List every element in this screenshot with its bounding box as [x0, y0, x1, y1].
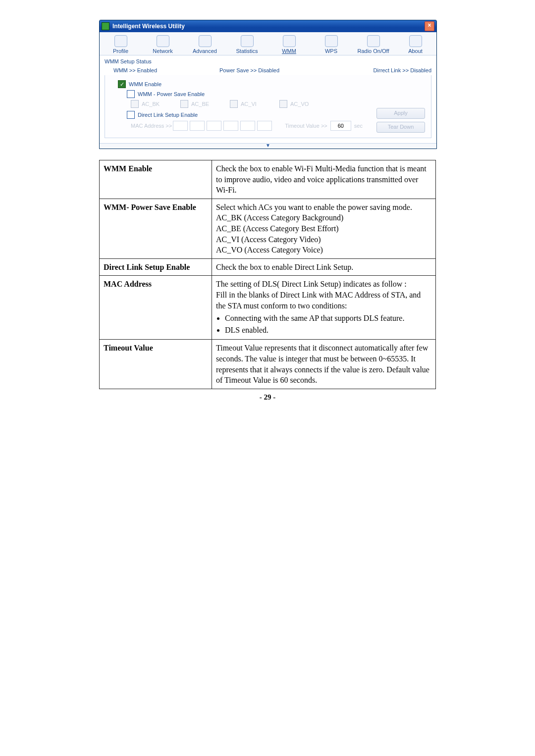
param-name: MAC Address — [100, 276, 212, 340]
param-line: AC_VO (Access Category Voice) — [216, 246, 323, 254]
tab-network[interactable]: Network — [142, 35, 184, 54]
param-line: AC_VI (Access Category Video) — [216, 235, 321, 244]
param-name: Direct Link Setup Enable — [100, 258, 212, 276]
param-name: WMM- Power Save Enable — [100, 199, 212, 258]
ac-be[interactable]: AC_BE — [180, 100, 230, 108]
wmm-enable-row[interactable]: ✓ WMM Enable — [118, 80, 427, 88]
checkbox-disabled-icon — [230, 100, 238, 108]
status-power-save: Power Save >> Disabled — [219, 67, 325, 73]
parameter-table: WMM Enable Check the box to enable Wi-Fi… — [99, 160, 436, 389]
tab-wps-label: WPS — [310, 48, 352, 54]
tab-advanced-label: Advanced — [184, 48, 226, 54]
app-window: Intelligent Wireless Utility × Profile N… — [99, 20, 437, 149]
tab-wmm-label: WMM — [268, 48, 310, 54]
ac-row: AC_BK AC_BE AC_VI AC_VO — [131, 100, 427, 108]
param-desc: Check the box to enable Wi-Fi Multi-Medi… — [212, 160, 436, 199]
radio-icon — [367, 35, 380, 47]
mac-field-2[interactable] — [190, 121, 205, 131]
chevron-down-icon: ▼ — [266, 143, 270, 148]
tab-profile[interactable]: Profile — [100, 35, 142, 54]
collapse-bar[interactable]: ▼ — [100, 143, 436, 149]
direct-link-setup-label: Direct Link Setup Enable — [138, 112, 198, 118]
param-bullet: Connecting with the same AP that support… — [225, 313, 431, 324]
ac-bk[interactable]: AC_BK — [131, 100, 180, 108]
param-desc: Select which ACs you want to enable the … — [212, 199, 436, 258]
param-line: AC_BE (Access Category Best Effort) — [216, 224, 339, 233]
titlebar: Intelligent Wireless Utility × — [100, 20, 436, 32]
power-save-enable-label: WMM - Power Save Enable — [138, 91, 205, 97]
app-icon — [102, 22, 109, 30]
table-row: WMM- Power Save Enable Select which ACs … — [100, 199, 436, 258]
tab-profile-label: Profile — [100, 48, 142, 54]
ac-vo[interactable]: AC_VO — [279, 100, 329, 108]
advanced-icon — [199, 35, 212, 47]
mac-field-3[interactable] — [207, 121, 221, 131]
ac-bk-label: AC_BK — [142, 101, 160, 107]
table-row: WMM Enable Check the box to enable Wi-Fi… — [100, 160, 436, 199]
page-number: - 29 - — [99, 393, 436, 402]
wmm-enable-label: WMM Enable — [129, 81, 161, 87]
tab-radio-label: Radio On/Off — [352, 48, 394, 54]
tear-down-button[interactable]: Tear Down — [376, 122, 425, 133]
tab-statistics-label: Statistics — [226, 48, 268, 54]
statistics-icon — [241, 35, 254, 47]
mac-address-label: MAC Address >> — [131, 123, 172, 129]
status-direct-link: Dirrect Link >> Disabled — [325, 67, 431, 73]
checkbox-checked-icon: ✓ — [118, 80, 126, 88]
checkbox-disabled-icon — [180, 100, 188, 108]
tab-about[interactable]: About — [394, 35, 436, 54]
param-desc: Timeout Value represents that it disconn… — [212, 340, 436, 389]
param-bullet: DLS enabled. — [225, 325, 431, 336]
ac-vo-label: AC_VO — [290, 101, 309, 107]
param-line: AC_BK (Access Category Background) — [216, 213, 343, 222]
param-line: Select which ACs you want to enable the … — [216, 203, 412, 211]
tab-network-label: Network — [142, 48, 184, 54]
tab-statistics[interactable]: Statistics — [226, 35, 268, 54]
timeout-unit: sec — [354, 123, 363, 129]
network-icon — [157, 35, 169, 47]
profile-icon — [114, 35, 127, 47]
mac-field-1[interactable] — [173, 121, 188, 131]
checkbox-disabled-icon — [279, 100, 287, 108]
checkbox-unchecked-icon — [127, 90, 135, 98]
timeout-label: Timeout Value >> — [285, 123, 327, 129]
ac-be-label: AC_BE — [191, 101, 209, 107]
wmm-icon — [283, 35, 296, 47]
param-desc: Check the box to enable Direct Link Setu… — [212, 258, 436, 276]
settings-block: ✓ WMM Enable WMM - Power Save Enable AC_… — [105, 75, 431, 138]
ac-vi-label: AC_VI — [241, 101, 257, 107]
table-row: Timeout Value Timeout Value represents t… — [100, 340, 436, 389]
table-row: MAC Address The setting of DLS( Direct L… — [100, 276, 436, 340]
status-section-label: WMM Setup Status — [105, 58, 174, 64]
param-name: WMM Enable — [100, 160, 212, 199]
mac-field-6[interactable] — [257, 121, 272, 131]
tab-wmm[interactable]: WMM — [268, 35, 310, 54]
mac-field-4[interactable] — [223, 121, 238, 131]
about-icon — [409, 35, 422, 47]
timeout-field[interactable] — [330, 121, 351, 131]
window-title: Intelligent Wireless Utility — [112, 23, 425, 30]
close-icon[interactable]: × — [425, 21, 434, 31]
checkbox-unchecked-icon — [127, 111, 135, 119]
tab-advanced[interactable]: Advanced — [184, 35, 226, 54]
ac-vi[interactable]: AC_VI — [230, 100, 279, 108]
param-desc: The setting of DLS( Direct Link Setup) i… — [212, 276, 436, 340]
param-line: The setting of DLS( Direct Link Setup) i… — [216, 280, 407, 288]
toolbar: Profile Network Advanced Statistics WMM — [100, 32, 436, 55]
tab-wps[interactable]: WPS — [310, 35, 352, 54]
tab-about-label: About — [394, 48, 436, 54]
checkbox-disabled-icon — [131, 100, 139, 108]
param-name: Timeout Value — [100, 340, 212, 389]
param-line: Fill in the blanks of Direct Link with M… — [216, 291, 421, 310]
tab-radio[interactable]: Radio On/Off — [352, 35, 394, 54]
power-save-enable-row[interactable]: WMM - Power Save Enable — [127, 90, 427, 98]
wps-icon — [325, 35, 338, 47]
apply-button[interactable]: Apply — [376, 108, 425, 119]
mac-field-5[interactable] — [240, 121, 255, 131]
table-row: Direct Link Setup Enable Check the box t… — [100, 258, 436, 276]
status-wmm: WMM >> Enabled — [105, 67, 219, 73]
